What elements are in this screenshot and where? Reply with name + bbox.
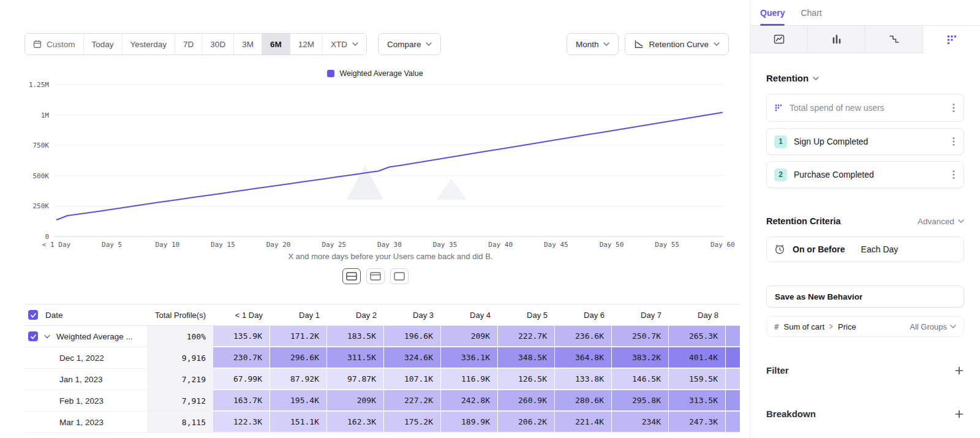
criteria-timing-dropdown[interactable]: On or Before [793,244,845,254]
sidebar-tabs: Query Chart [750,0,980,26]
retention-value-cell[interactable]: 311.5K [327,347,384,368]
retention-value-cell[interactable]: 230.7K [213,347,270,368]
range-today[interactable]: Today [83,34,122,55]
retention-value-cell[interactable]: 336.1K [441,347,498,368]
retention-value-cell[interactable]: 313.5K [669,390,726,411]
retention-value-cell[interactable]: 116.9K [441,369,498,390]
retention-value-cell[interactable]: 189.9K [441,412,498,432]
retention-section-header[interactable]: Retention [766,73,964,83]
expand-caret-icon[interactable] [44,334,50,339]
header-day-column: Day 3 [384,304,441,325]
report-tab-retention[interactable] [923,26,980,53]
report-tab-funnels[interactable] [808,26,865,53]
table-row[interactable]: Weighted Average ...100%135.9K171.2K183.… [24,326,741,347]
table-row[interactable]: Jan 1, 20237,21967.99K87.92K97.87K107.1K… [24,369,741,390]
retention-value-cell[interactable]: 260.9K [498,390,555,411]
retention-value-cell[interactable]: 206.2K [498,412,555,432]
retention-value-cell[interactable]: 183.5K [327,326,384,347]
retention-value-cell[interactable]: 364.8K [555,347,612,368]
retention-value-cell[interactable]: 348.5K [498,347,555,368]
retention-value-cell[interactable]: 209K [327,390,384,411]
table-row[interactable]: Feb 1, 20237,912163.7K195.4K209K227.2K24… [24,390,741,412]
step-menu-button[interactable] [951,135,956,148]
measure-row[interactable]: # Sum of cart Price All Groups [766,316,964,337]
range-xtd[interactable]: XTD [322,34,366,55]
report-tab-flows[interactable] [865,26,923,53]
retention-value-cell[interactable]: 196.6K [384,326,441,347]
view-toggle-single-row[interactable] [390,268,409,284]
view-toggle-header-row[interactable] [366,268,385,284]
chart-style-button[interactable]: Retention Curve [625,33,729,55]
retention-value-cell[interactable]: 209K [441,326,498,347]
retention-value-cell[interactable]: 162.3K [327,412,384,432]
retention-value-cell[interactable]: 159.5K [669,369,726,390]
header-day-column: < 1 Day [213,304,270,325]
select-all-checkbox[interactable] [28,310,38,320]
range-6m[interactable]: 6M [262,34,290,55]
save-behavior-button[interactable]: Save as New Behavior [766,285,964,308]
retention-value-cell[interactable]: 122.3K [213,412,270,432]
retention-value-cell[interactable]: 222.7K [498,326,555,347]
compare-button[interactable]: Compare [378,33,442,55]
retention-value-cell[interactable]: 221.4K [555,412,612,432]
row-label: Dec 1, 2022 [59,353,104,363]
retention-value-cell[interactable]: 107.1K [384,369,441,390]
app-root: Custom Today Yesterday 7D 30D 3M 6M 12M … [0,0,980,438]
tab-query[interactable]: Query [760,0,785,25]
retention-value-cell[interactable]: 133.8K [555,369,612,390]
retention-value-cell[interactable]: 151.1K [270,412,327,432]
retention-value-cell[interactable]: 175.2K [384,412,441,432]
behavior-dots-icon [774,104,783,112]
tab-chart[interactable]: Chart [801,0,821,25]
step-number-badge: 1 [774,135,787,148]
retention-value-cell[interactable]: 401.4K [669,347,726,368]
retention-value-cell[interactable]: 126.5K [498,369,555,390]
retention-value-cell[interactable]: 87.92K [270,369,327,390]
retention-value-cell[interactable]: 146.5K [612,369,669,390]
measure-event: Sum of cart [784,322,824,331]
advanced-dropdown[interactable]: Advanced [918,217,964,226]
behavior-card[interactable]: Total spend of new users [766,94,964,122]
range-yesterday[interactable]: Yesterday [122,34,175,55]
retention-value-cell[interactable]: 242.8K [441,390,498,411]
retention-value-cell[interactable]: 280.6K [555,390,612,411]
retention-value-cell[interactable]: 324.6K [384,347,441,368]
range-3m[interactable]: 3M [233,34,262,55]
retention-value-cell[interactable]: 234K [612,412,669,432]
retention-value-cell[interactable]: 247.3K [669,412,726,432]
retention-value-cell[interactable]: 296.6K [270,347,327,368]
range-30d[interactable]: 30D [202,34,233,55]
svg-text:Day 55: Day 55 [655,241,679,249]
table-row[interactable]: Mar 1, 20238,115122.3K151.1K162.3K175.2K… [24,412,741,433]
retention-value-cell[interactable]: 195.4K [270,390,327,411]
add-breakdown-button[interactable] [954,409,964,419]
behavior-menu-button[interactable] [951,102,956,114]
add-filter-button[interactable] [954,366,964,376]
step-card-2[interactable]: 2 Purchase Completed [766,161,964,188]
criteria-unit-dropdown[interactable]: Each Day [861,244,899,254]
step-card-1[interactable]: 1 Sign Up Completed [766,128,964,155]
report-tab-insights[interactable] [750,26,808,53]
range-custom[interactable]: Custom [25,34,83,55]
retention-value-cell[interactable]: 163.7K [213,390,270,411]
range-12m[interactable]: 12M [290,34,322,55]
retention-value-cell[interactable]: 227.2K [384,390,441,411]
retention-value-cell[interactable]: 250.7K [612,326,669,347]
step-menu-button[interactable] [951,168,956,181]
retention-value-cell[interactable]: 295.8K [612,390,669,411]
retention-value-cell[interactable]: 265.3K [669,326,726,347]
range-7d[interactable]: 7D [175,34,202,55]
groups-dropdown[interactable]: All Groups [910,322,956,331]
row-checkbox[interactable] [28,331,38,341]
retention-value-cell[interactable]: 97.87K [327,369,384,390]
svg-text:Day 10: Day 10 [155,241,179,249]
retention-value-cell[interactable]: 171.2K [270,326,327,347]
retention-value-cell[interactable]: 135.9K [213,326,270,347]
granularity-button[interactable]: Month [567,33,619,55]
advanced-label: Advanced [918,217,954,226]
retention-value-cell[interactable]: 383.2K [612,347,669,368]
retention-value-cell[interactable]: 236.6K [555,326,612,347]
view-toggle-split-rows[interactable] [342,268,361,284]
table-row[interactable]: Dec 1, 20229,916230.7K296.6K311.5K324.6K… [24,347,741,369]
retention-value-cell[interactable]: 67.99K [213,369,270,390]
